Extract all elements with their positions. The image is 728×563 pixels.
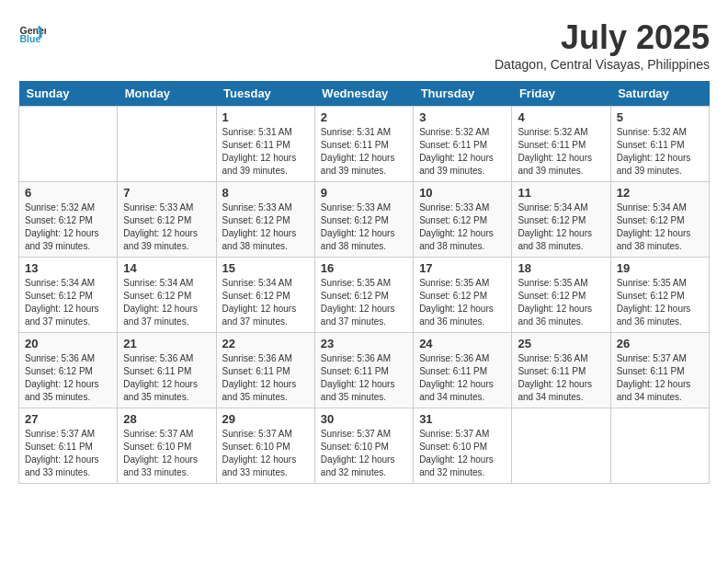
calendar-cell: 31Sunrise: 5:37 AMSunset: 6:10 PMDayligh… [414,408,512,484]
day-info: Sunrise: 5:36 AMSunset: 6:11 PMDaylight:… [419,352,506,404]
day-number: 1 [222,110,309,124]
calendar-cell: 8Sunrise: 5:33 AMSunset: 6:12 PMDaylight… [216,182,314,258]
day-number: 5 [617,110,703,124]
day-header-tuesday: Tuesday [216,81,314,107]
calendar-cell: 14Sunrise: 5:34 AMSunset: 6:12 PMDayligh… [118,258,216,333]
calendar-header-row: SundayMondayTuesdayWednesdayThursdayFrid… [19,81,710,107]
calendar-cell: 29Sunrise: 5:37 AMSunset: 6:10 PMDayligh… [216,408,314,484]
calendar-cell: 6Sunrise: 5:32 AMSunset: 6:12 PMDaylight… [19,182,118,258]
week-row-5: 27Sunrise: 5:37 AMSunset: 6:11 PMDayligh… [19,408,710,484]
day-header-monday: Monday [118,81,216,107]
day-number: 30 [321,412,407,426]
calendar-cell: 1Sunrise: 5:31 AMSunset: 6:11 PMDaylight… [216,107,314,182]
calendar-cell: 4Sunrise: 5:32 AMSunset: 6:11 PMDaylight… [512,107,610,182]
day-number: 17 [419,261,506,275]
day-header-sunday: Sunday [19,81,118,107]
day-number: 28 [123,412,210,426]
calendar-cell: 13Sunrise: 5:34 AMSunset: 6:12 PMDayligh… [19,258,118,333]
day-info: Sunrise: 5:33 AMSunset: 6:12 PMDaylight:… [419,201,506,253]
calendar-cell [610,408,709,484]
day-header-wednesday: Wednesday [314,81,413,107]
day-info: Sunrise: 5:33 AMSunset: 6:12 PMDaylight:… [123,201,210,253]
day-info: Sunrise: 5:32 AMSunset: 6:11 PMDaylight:… [518,126,604,178]
day-info: Sunrise: 5:37 AMSunset: 6:11 PMDaylight:… [617,352,703,404]
calendar-cell: 23Sunrise: 5:36 AMSunset: 6:11 PMDayligh… [314,333,413,408]
week-row-1: 1Sunrise: 5:31 AMSunset: 6:11 PMDaylight… [19,107,710,182]
day-info: Sunrise: 5:36 AMSunset: 6:11 PMDaylight:… [518,352,604,404]
calendar-cell: 12Sunrise: 5:34 AMSunset: 6:12 PMDayligh… [610,182,709,258]
day-info: Sunrise: 5:36 AMSunset: 6:11 PMDaylight:… [222,352,309,404]
calendar-cell: 2Sunrise: 5:31 AMSunset: 6:11 PMDaylight… [314,107,413,182]
day-info: Sunrise: 5:33 AMSunset: 6:12 PMDaylight:… [222,201,309,253]
day-info: Sunrise: 5:37 AMSunset: 6:10 PMDaylight:… [222,428,309,479]
day-info: Sunrise: 5:34 AMSunset: 6:12 PMDaylight:… [617,201,703,253]
logo-icon: General Blue [18,18,46,46]
calendar-cell [19,107,118,182]
day-info: Sunrise: 5:36 AMSunset: 6:11 PMDaylight:… [123,352,210,404]
day-info: Sunrise: 5:32 AMSunset: 6:12 PMDaylight:… [25,201,111,253]
calendar-cell: 15Sunrise: 5:34 AMSunset: 6:12 PMDayligh… [216,258,314,333]
day-number: 26 [617,337,703,350]
day-header-saturday: Saturday [610,81,709,107]
day-info: Sunrise: 5:34 AMSunset: 6:12 PMDaylight:… [222,277,309,328]
day-info: Sunrise: 5:37 AMSunset: 6:11 PMDaylight:… [25,428,111,479]
day-header-thursday: Thursday [414,81,512,107]
day-number: 12 [617,186,703,200]
logo: General Blue [18,18,46,46]
day-number: 2 [321,110,407,124]
day-info: Sunrise: 5:32 AMSunset: 6:11 PMDaylight:… [617,126,703,178]
day-number: 29 [222,412,309,426]
day-info: Sunrise: 5:31 AMSunset: 6:11 PMDaylight:… [321,126,407,178]
day-number: 14 [123,261,210,275]
calendar-cell: 24Sunrise: 5:36 AMSunset: 6:11 PMDayligh… [414,333,512,408]
calendar-cell: 18Sunrise: 5:35 AMSunset: 6:12 PMDayligh… [512,258,610,333]
calendar-cell: 17Sunrise: 5:35 AMSunset: 6:12 PMDayligh… [414,258,512,333]
day-number: 7 [123,186,210,200]
day-number: 13 [25,261,111,275]
calendar-cell: 7Sunrise: 5:33 AMSunset: 6:12 PMDaylight… [118,182,216,258]
day-info: Sunrise: 5:35 AMSunset: 6:12 PMDaylight:… [321,277,407,328]
calendar-cell: 27Sunrise: 5:37 AMSunset: 6:11 PMDayligh… [19,408,118,484]
calendar-cell: 28Sunrise: 5:37 AMSunset: 6:10 PMDayligh… [118,408,216,484]
day-number: 25 [518,337,604,350]
day-number: 3 [419,110,506,124]
page-header: General Blue July 2025 Datagon, Central … [18,18,710,72]
day-info: Sunrise: 5:34 AMSunset: 6:12 PMDaylight:… [123,277,210,328]
day-number: 16 [321,261,407,275]
day-number: 8 [222,186,309,200]
calendar-cell: 9Sunrise: 5:33 AMSunset: 6:12 PMDaylight… [314,182,413,258]
day-info: Sunrise: 5:37 AMSunset: 6:10 PMDaylight:… [321,428,407,479]
day-number: 18 [518,261,604,275]
day-number: 10 [419,186,506,200]
week-row-3: 13Sunrise: 5:34 AMSunset: 6:12 PMDayligh… [19,258,710,333]
day-info: Sunrise: 5:36 AMSunset: 6:11 PMDaylight:… [321,352,407,404]
day-number: 23 [321,337,407,350]
calendar-cell: 11Sunrise: 5:34 AMSunset: 6:12 PMDayligh… [512,182,610,258]
day-info: Sunrise: 5:34 AMSunset: 6:12 PMDaylight:… [25,277,111,328]
day-number: 9 [321,186,407,200]
day-info: Sunrise: 5:32 AMSunset: 6:11 PMDaylight:… [419,126,506,178]
calendar-cell: 22Sunrise: 5:36 AMSunset: 6:11 PMDayligh… [216,333,314,408]
calendar-cell: 19Sunrise: 5:35 AMSunset: 6:12 PMDayligh… [610,258,709,333]
calendar-cell: 26Sunrise: 5:37 AMSunset: 6:11 PMDayligh… [610,333,709,408]
day-number: 6 [25,186,111,200]
day-number: 15 [222,261,309,275]
day-info: Sunrise: 5:37 AMSunset: 6:10 PMDaylight:… [123,428,210,479]
day-number: 4 [518,110,604,124]
calendar-cell: 21Sunrise: 5:36 AMSunset: 6:11 PMDayligh… [118,333,216,408]
day-info: Sunrise: 5:36 AMSunset: 6:12 PMDaylight:… [25,352,111,404]
calendar-cell: 30Sunrise: 5:37 AMSunset: 6:10 PMDayligh… [314,408,413,484]
day-number: 11 [518,186,604,200]
week-row-2: 6Sunrise: 5:32 AMSunset: 6:12 PMDaylight… [19,182,710,258]
calendar-cell: 25Sunrise: 5:36 AMSunset: 6:11 PMDayligh… [512,333,610,408]
day-number: 19 [617,261,703,275]
calendar-cell: 3Sunrise: 5:32 AMSunset: 6:11 PMDaylight… [414,107,512,182]
day-info: Sunrise: 5:35 AMSunset: 6:12 PMDaylight:… [518,277,604,328]
day-info: Sunrise: 5:33 AMSunset: 6:12 PMDaylight:… [321,201,407,253]
week-row-4: 20Sunrise: 5:36 AMSunset: 6:12 PMDayligh… [19,333,710,408]
title-section: July 2025 Datagon, Central Visayas, Phil… [495,18,710,72]
day-header-friday: Friday [512,81,610,107]
calendar-table: SundayMondayTuesdayWednesdayThursdayFrid… [18,81,710,484]
calendar-cell: 20Sunrise: 5:36 AMSunset: 6:12 PMDayligh… [19,333,118,408]
day-number: 20 [25,337,111,350]
